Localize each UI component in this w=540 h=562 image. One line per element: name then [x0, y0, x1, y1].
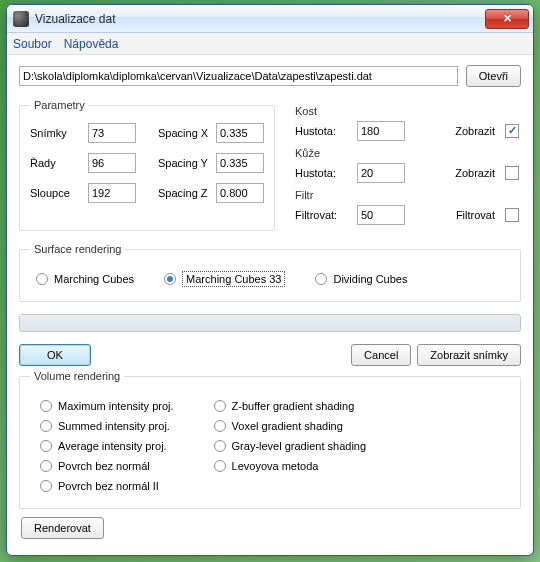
radio-label: Povrch bez normál: [58, 460, 150, 472]
zobrazit-snimky-button[interactable]: Zobrazit snímky: [417, 344, 521, 366]
spacing-x-label: Spacing X: [158, 127, 210, 139]
filtr-filtrovat-input[interactable]: [357, 205, 405, 225]
main-window: Vizualizace dat ✕ Soubor Nápověda Otevři…: [6, 4, 534, 556]
spacing-y-label: Spacing Y: [158, 157, 210, 169]
rady-label: Řady: [30, 157, 82, 169]
close-button[interactable]: ✕: [485, 9, 529, 29]
radio-levoyova[interactable]: Levoyova metoda: [214, 460, 367, 472]
file-path-input[interactable]: [19, 66, 458, 86]
radio-icon: [164, 273, 176, 285]
radio-icon: [40, 400, 52, 412]
sloupce-input[interactable]: [88, 183, 136, 203]
spacing-z-label: Spacing Z: [158, 187, 210, 199]
radio-povrch-bez-normal[interactable]: Povrch bez normál: [40, 460, 174, 472]
progress-bar: [19, 314, 521, 332]
radio-zbuffer-gradient[interactable]: Z-buffer gradient shading: [214, 400, 367, 412]
kuze-hustota-input[interactable]: [357, 163, 405, 183]
radio-icon: [40, 480, 52, 492]
kost-zobrazit-label: Zobrazit: [411, 125, 499, 137]
radio-label: Dividing Cubes: [333, 273, 407, 285]
snimky-label: Snímky: [30, 127, 82, 139]
volume-rendering-group: Volume rendering Maximum intensity proj.…: [19, 370, 521, 509]
kost-zobrazit-checkbox[interactable]: ✓: [505, 124, 519, 138]
radio-icon: [214, 440, 226, 452]
parametry-group: Parametry Snímky Spacing X Řady Spacing …: [19, 99, 275, 231]
radio-icon: [40, 420, 52, 432]
menubar: Soubor Nápověda: [7, 33, 533, 55]
parametry-legend: Parametry: [30, 99, 89, 111]
titlebar: Vizualizace dat ✕: [7, 5, 533, 33]
sloupce-label: Sloupce: [30, 187, 82, 199]
radio-icon: [40, 460, 52, 472]
cancel-button[interactable]: Cancel: [351, 344, 411, 366]
kuze-zobrazit-checkbox[interactable]: [505, 166, 519, 180]
radio-icon: [214, 420, 226, 432]
radio-povrch-bez-normal-2[interactable]: Povrch bez normál II: [40, 480, 174, 492]
open-button[interactable]: Otevři: [466, 65, 521, 87]
radio-average-intensity[interactable]: Average intensity proj.: [40, 440, 174, 452]
filtr-legend: Filtr: [295, 189, 519, 201]
radio-label: Summed intensity proj.: [58, 420, 170, 432]
radio-icon: [214, 400, 226, 412]
filtr-cb-label: Filtrovat: [411, 209, 499, 221]
surface-rendering-group: Surface rendering Marching Cubes Marchin…: [19, 243, 521, 302]
radio-label: Gray-level gradient shading: [232, 440, 367, 452]
kuze-hustota-label: Hustota:: [295, 167, 351, 179]
kost-hustota-input[interactable]: [357, 121, 405, 141]
menu-soubor[interactable]: Soubor: [13, 37, 52, 51]
spacing-x-input[interactable]: [216, 123, 264, 143]
radio-label: Marching Cubes 33: [182, 271, 285, 287]
radio-icon: [36, 273, 48, 285]
radio-icon: [315, 273, 327, 285]
radio-icon: [40, 440, 52, 452]
right-group: Kost Hustota: Zobrazit ✓ Kůže Hustota: Z…: [293, 99, 521, 231]
radio-dividing-cubes[interactable]: Dividing Cubes: [315, 273, 407, 285]
radio-marching-cubes[interactable]: Marching Cubes: [36, 273, 134, 285]
radio-summed-intensity[interactable]: Summed intensity proj.: [40, 420, 174, 432]
radio-marching-cubes-33[interactable]: Marching Cubes 33: [164, 271, 285, 287]
radio-label: Levoyova metoda: [232, 460, 319, 472]
content: Otevři Parametry Snímky Spacing X Řady S…: [7, 55, 533, 549]
renderovat-button[interactable]: Renderovat: [21, 517, 104, 539]
filtr-filtrovat-label: Filtrovat:: [295, 209, 351, 221]
menu-napoveda[interactable]: Nápověda: [64, 37, 119, 51]
window-title: Vizualizace dat: [35, 12, 485, 26]
radio-max-intensity[interactable]: Maximum intensity proj.: [40, 400, 174, 412]
rady-input[interactable]: [88, 153, 136, 173]
ok-button[interactable]: OK: [19, 344, 91, 366]
radio-label: Marching Cubes: [54, 273, 134, 285]
radio-label: Povrch bez normál II: [58, 480, 159, 492]
kost-hustota-label: Hustota:: [295, 125, 351, 137]
radio-label: Maximum intensity proj.: [58, 400, 174, 412]
radio-voxel-gradient[interactable]: Voxel gradient shading: [214, 420, 367, 432]
spacing-y-input[interactable]: [216, 153, 264, 173]
volume-legend: Volume rendering: [30, 370, 124, 382]
filtr-checkbox[interactable]: [505, 208, 519, 222]
radio-label: Average intensity proj.: [58, 440, 167, 452]
surface-legend: Surface rendering: [30, 243, 125, 255]
radio-label: Z-buffer gradient shading: [232, 400, 355, 412]
kost-legend: Kost: [295, 105, 519, 117]
app-icon: [13, 11, 29, 27]
radio-icon: [214, 460, 226, 472]
kuze-zobrazit-label: Zobrazit: [411, 167, 499, 179]
radio-label: Voxel gradient shading: [232, 420, 343, 432]
snimky-input[interactable]: [88, 123, 136, 143]
spacing-z-input[interactable]: [216, 183, 264, 203]
radio-gray-level-gradient[interactable]: Gray-level gradient shading: [214, 440, 367, 452]
kuze-legend: Kůže: [295, 147, 519, 159]
